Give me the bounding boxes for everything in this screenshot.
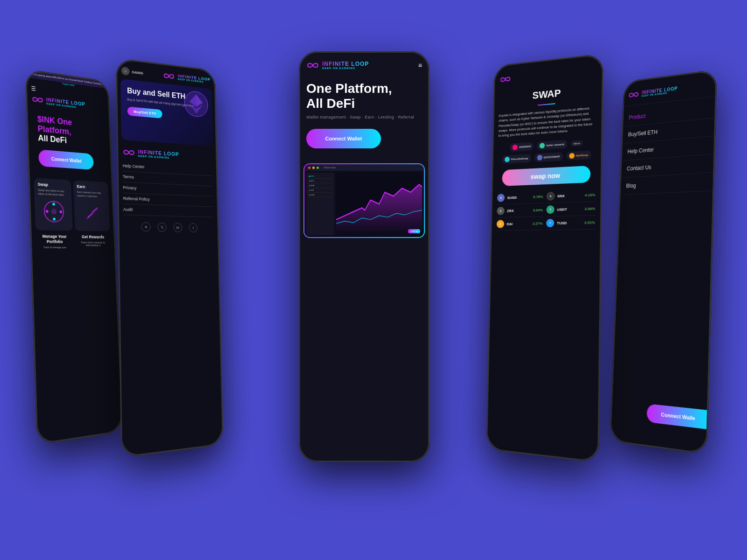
p1-rewards-title: Get Rewards <box>75 234 110 239</box>
p4-token-zrx: Z ZRX 3.64% <box>497 203 543 218</box>
phone-3-screen: INFINITE LOOP KEEP ON EARNING ≡ One Plat… <box>299 51 430 462</box>
p4-uniswap-badge: UNISWAP <box>510 142 534 152</box>
chart-tab-label: Ticker chart <box>324 166 336 169</box>
p4-quick-label: QUICKSWAP <box>543 155 560 159</box>
p2-facebook-icon[interactable]: f <box>189 223 198 232</box>
phone-4-screen: SWAP Krystal is integrated with various … <box>486 53 604 462</box>
svg-point-5 <box>59 210 62 213</box>
chart-top-bar: Ticker chart <box>304 164 424 171</box>
p4-quick-icon <box>537 155 542 161</box>
svg-point-2 <box>52 203 55 205</box>
svg-point-3 <box>53 217 56 220</box>
p2-logo-icon <box>163 71 175 81</box>
p4-zrx-name: ZRX <box>507 209 514 213</box>
chart-swap-btn[interactable]: SWAP ▶ <box>408 229 420 233</box>
p4-dai-pct: 2.27% <box>533 221 543 225</box>
p3-header: INFINITE LOOP KEEP ON EARNING ≡ <box>299 51 430 75</box>
p4-kyber-badge: kyber network <box>537 140 567 150</box>
p4-swap-desc: Krystal is integrated with various liqui… <box>493 105 603 139</box>
p1-logo-icon <box>31 94 44 105</box>
p1-manage-title: Manage Your Portfolio <box>35 234 73 245</box>
p3-chart-preview: Ticker chart ◉ ETH ◎ BTC ◎ BNB ◎ UNI ◎ L… <box>303 163 425 238</box>
p4-dmm-label: đmm <box>573 142 580 145</box>
p1-manage-item: Manage Your Portfolio Track & manage you… <box>35 234 73 249</box>
svg-point-1 <box>51 209 56 214</box>
p1-swap-title: Swap <box>38 182 68 188</box>
p4-zrx-info: Z ZRX <box>497 207 514 215</box>
p4-usdt-pct: 3.06% <box>585 206 595 211</box>
p3-connect-wallet-button[interactable]: Connect Wallet <box>306 129 381 148</box>
p4-token-dai: D DAI 2.27% <box>496 217 543 231</box>
phone-3: INFINITE LOOP KEEP ON EARNING ≡ One Plat… <box>299 51 430 462</box>
chart-sidebar: ◉ ETH ◎ BTC ◎ BNB ◎ UNI ◎ LINK <box>306 173 334 235</box>
scene: We're giving away $45,000 in our Krystal… <box>23 23 724 537</box>
p4-pancake-icon <box>505 157 510 162</box>
p2-gains-label: GAINS <box>132 70 143 75</box>
p3-logo-sub: KEEP ON EARNING <box>322 67 369 70</box>
p3-hero-subtitle: Wallet management · Swap · Earn · Lendin… <box>306 115 422 119</box>
chart-main: SWAP ▶ <box>336 173 422 235</box>
chart-sidebar-item-2[interactable]: ◎ BTC <box>308 179 333 183</box>
p4-token-susd: $ SUSD 9.78% <box>497 190 543 205</box>
p5-menu-items: Product Buy/Sell ETH Help Center Contact… <box>619 96 716 198</box>
p4-usdt-info: T USDT <box>546 205 567 214</box>
p4-token-col-left: $ SUSD 9.78% Z ZRX 3.64% <box>496 190 543 231</box>
p1-rewards-desc: Enjoy bonus rewards by participating in <box>76 241 111 246</box>
p4-token-tusd: T TUSD 2.51% <box>546 216 595 230</box>
p4-uniswap-label: UNISWAP <box>519 145 531 148</box>
p4-dmm-badge: đmm <box>571 140 583 147</box>
p4-snx-info: S SNX <box>547 192 565 201</box>
p2-links: Help Center Terms Privacy Referral Polic… <box>117 160 218 217</box>
p2-twitter-icon[interactable]: 𝕏 <box>157 223 166 232</box>
phone-1-screen: We're giving away $45,000 in our Krystal… <box>25 69 123 445</box>
p4-ape-label: ApeSwap <box>576 154 588 157</box>
p4-token-col-right: S SNX 4.10% T USDT 3.06% <box>546 188 596 230</box>
p2-gains-icon: G <box>121 66 130 76</box>
p3-hero: One Platform, All DeFi Wallet management… <box>299 75 430 163</box>
p3-menu-icon[interactable]: ≡ <box>418 62 422 69</box>
p5-connect-wallet-button[interactable]: Connect Walle <box>647 404 711 430</box>
p4-token-snx: S SNX 4.10% <box>547 188 596 203</box>
p2-buy-eth-button[interactable]: Buy/Sell ETH <box>127 106 162 119</box>
chart-sidebar-item-1[interactable]: ◉ ETH <box>308 174 333 179</box>
p2-telegram-icon[interactable]: ✈ <box>141 222 151 232</box>
p4-susd-icon: $ <box>497 194 505 202</box>
p4-susd-name: SUSD <box>507 196 516 200</box>
p1-swap-desc: Swap any token to any token at the best … <box>38 189 68 197</box>
chart-sidebar-item-4[interactable]: ◎ UNI <box>308 188 333 193</box>
p1-earn-card: Earn Earn interest from idle assets in r… <box>73 180 110 231</box>
p4-tusd-icon: T <box>546 219 554 227</box>
p4-snx-pct: 4.10% <box>585 193 595 197</box>
p1-swap-icon <box>43 200 64 223</box>
p1-manage-desc: Track & manage your <box>36 245 73 248</box>
p4-tusd-name: TUSD <box>557 221 567 225</box>
phone-2: G GAINS INFINITE LOOP KEEP ON EARNING B <box>116 58 224 458</box>
phone-5: INFINITE LOOP KEEP ON EARNING Product Bu… <box>610 70 717 455</box>
p1-earn-icon <box>82 202 102 224</box>
p4-snx-name: SNX <box>557 194 565 198</box>
p4-swap-now-button[interactable]: swap now <box>502 166 591 186</box>
chart-sidebar-item-3[interactable]: ◎ BNB <box>308 183 333 188</box>
p4-dai-icon: D <box>497 220 505 228</box>
chart-dot-yellow <box>312 167 315 169</box>
chart-sidebar-item-5[interactable]: ◎ LINK <box>308 193 333 197</box>
p4-pancake-badge: PancakeSwap <box>502 154 531 164</box>
p4-dai-name: DAI <box>507 222 513 226</box>
p3-logo-main: INFINITE LOOP <box>322 61 369 67</box>
chart-inner: Ticker chart ◉ ETH ◎ BTC ◎ BNB ◎ UNI ◎ L… <box>304 164 424 237</box>
p4-zrx-pct: 3.64% <box>533 208 543 212</box>
p2-medium-icon[interactable]: M <box>173 223 182 232</box>
p4-snx-icon: S <box>547 192 555 200</box>
p4-quick-badge: QUICKSWAP <box>534 152 563 162</box>
p5-logo-icon <box>628 90 640 99</box>
phone-4: SWAP Krystal is integrated with various … <box>486 53 604 462</box>
p4-logo-icon <box>500 74 511 84</box>
phone-1: We're giving away $45,000 in our Krystal… <box>25 69 123 445</box>
phone-2-screen: G GAINS INFINITE LOOP KEEP ON EARNING B <box>116 58 224 458</box>
p2-eth-icon <box>183 89 209 119</box>
p4-kyber-label: kyber network <box>546 143 564 147</box>
p1-earn-title: Earn <box>77 184 105 190</box>
p2-eth-visual <box>183 89 209 119</box>
p4-susd-info: $ SUSD <box>497 193 517 202</box>
p1-connect-wallet-button[interactable]: Connect Wallet <box>38 149 94 170</box>
